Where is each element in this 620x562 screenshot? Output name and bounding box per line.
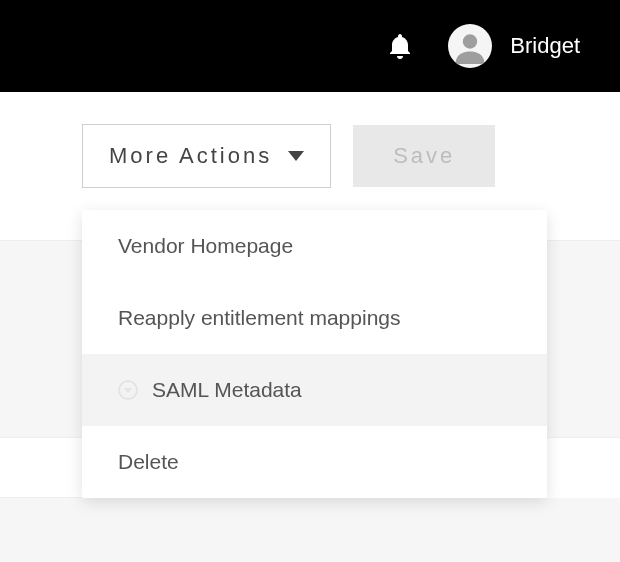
dropdown-item-reapply-entitlements[interactable]: Reapply entitlement mappings bbox=[82, 282, 547, 354]
save-button: Save bbox=[353, 125, 495, 187]
dropdown-item-label: Vendor Homepage bbox=[118, 234, 293, 258]
more-actions-button[interactable]: More Actions bbox=[82, 124, 331, 188]
dropdown-item-vendor-homepage[interactable]: Vendor Homepage bbox=[82, 210, 547, 282]
username: Bridget bbox=[510, 33, 580, 59]
content-background-lower bbox=[0, 498, 620, 562]
dropdown-item-delete[interactable]: Delete bbox=[82, 426, 547, 498]
more-actions-dropdown: Vendor Homepage Reapply entitlement mapp… bbox=[82, 210, 547, 498]
save-label: Save bbox=[393, 143, 455, 168]
bell-icon[interactable] bbox=[388, 32, 412, 60]
caret-down-icon bbox=[288, 151, 304, 161]
more-actions-label: More Actions bbox=[109, 143, 272, 169]
download-icon bbox=[118, 380, 138, 400]
dropdown-item-label: Delete bbox=[118, 450, 179, 474]
user-menu[interactable]: Bridget bbox=[448, 24, 580, 68]
content-strip bbox=[0, 438, 82, 498]
topbar: Bridget bbox=[0, 0, 620, 92]
dropdown-item-saml-metadata[interactable]: SAML Metadata bbox=[82, 354, 547, 426]
dropdown-item-label: SAML Metadata bbox=[152, 378, 302, 402]
avatar bbox=[448, 24, 492, 68]
svg-point-0 bbox=[463, 34, 477, 48]
toolbar: More Actions Save bbox=[0, 92, 620, 188]
dropdown-item-label: Reapply entitlement mappings bbox=[118, 306, 401, 330]
